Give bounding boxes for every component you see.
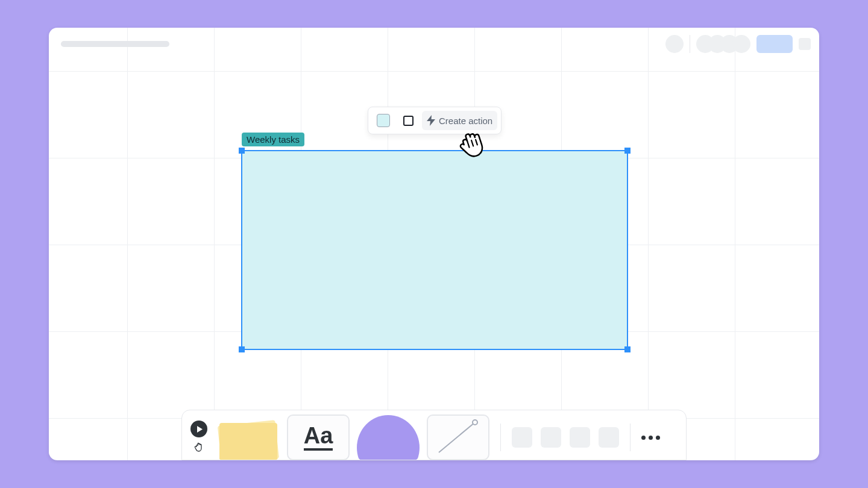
tool-placeholder-button[interactable]: [512, 427, 532, 448]
grid-line: [735, 28, 735, 460]
topbar: [49, 28, 819, 60]
grid-line: [214, 28, 215, 460]
grid-line: [49, 71, 819, 72]
svg-point-6: [473, 420, 477, 425]
topbar-right: [665, 35, 811, 53]
svg-line-5: [439, 422, 475, 452]
toolbar-divider: [630, 424, 631, 451]
svg-rect-4: [219, 423, 277, 460]
create-action-label: Create action: [439, 116, 492, 126]
dot-icon: [656, 436, 660, 440]
current-user-avatar[interactable]: [665, 35, 684, 53]
fill-color-button[interactable]: [372, 111, 395, 130]
resize-handle-bottom-left[interactable]: [239, 346, 245, 352]
circle-shape-icon: [357, 415, 420, 460]
sticky-note-icon: [217, 414, 280, 460]
lightning-icon: [427, 115, 435, 126]
dot-icon: [649, 436, 653, 440]
sticky-note-tool-button[interactable]: [217, 414, 280, 460]
resize-handle-top-right[interactable]: [624, 148, 631, 154]
pointer-tool-button[interactable]: [190, 421, 207, 437]
board-title-placeholder[interactable]: [61, 41, 169, 47]
cursor-hand-pointer-icon: [456, 128, 488, 163]
grid-line: [648, 28, 649, 460]
share-button[interactable]: [756, 35, 793, 53]
text-tool-button[interactable]: Aa: [287, 414, 350, 460]
section-label[interactable]: Weekly tasks: [242, 133, 304, 146]
extra-tools-group: [512, 427, 619, 448]
more-tools-button[interactable]: [641, 436, 660, 440]
hand-icon: [193, 441, 204, 452]
play-cursor-icon: [195, 425, 203, 433]
pan-tool-button[interactable]: [193, 441, 204, 454]
avatar: [732, 35, 750, 53]
board-menu-button[interactable]: [799, 38, 811, 50]
shape-style-button[interactable]: [398, 111, 418, 130]
text-tool-icon: Aa: [304, 424, 333, 451]
connector-tool-button[interactable]: [427, 414, 489, 460]
resize-handle-top-left[interactable]: [239, 148, 245, 154]
grid-line: [127, 28, 128, 460]
square-icon: [403, 116, 414, 126]
bottom-toolbar: Aa: [181, 410, 687, 460]
line-connector-icon: [434, 418, 482, 457]
toolbar-divider: [500, 424, 501, 451]
shape-tool-button[interactable]: [357, 414, 420, 460]
selected-section-rectangle[interactable]: [241, 150, 628, 350]
tool-placeholder-button[interactable]: [541, 427, 561, 448]
collaborators-stack[interactable]: [696, 35, 750, 53]
color-swatch-icon: [377, 114, 390, 127]
divider: [690, 35, 690, 53]
resize-handle-bottom-right[interactable]: [624, 346, 631, 352]
cursor-mode-toggles: [190, 421, 210, 454]
tool-placeholder-button[interactable]: [570, 427, 590, 448]
app-window: Weekly tasks Create action: [49, 28, 819, 460]
tool-placeholder-button[interactable]: [599, 427, 619, 448]
dot-icon: [641, 436, 646, 440]
